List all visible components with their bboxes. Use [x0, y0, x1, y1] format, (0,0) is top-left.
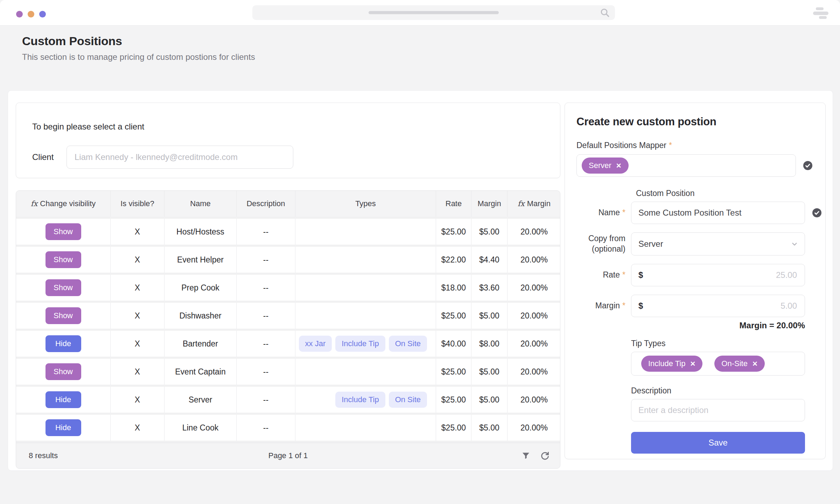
types-cell	[295, 359, 436, 385]
margin-pct-cell: 20.00%	[507, 303, 560, 329]
page-subtitle: This section is to manage pricing of cus…	[22, 52, 255, 62]
name-cell: Line Cook	[164, 415, 237, 441]
is-visible-cell: X	[111, 331, 164, 357]
margin-cell: $5.00	[471, 303, 507, 329]
type-tags: xx JarInclude TipOn Site	[296, 336, 435, 352]
margin-pct-cell: 20.00%	[507, 415, 560, 441]
chevron-down-icon	[790, 239, 799, 248]
hide-button[interactable]: Hide	[46, 391, 81, 408]
column-label: Rate	[446, 199, 462, 208]
show-button[interactable]: Show	[46, 363, 81, 380]
tip-types-input[interactable]: Include Tip✕On-Site✕	[631, 352, 805, 376]
visibility-cell: Hide	[16, 415, 111, 441]
mapper-label-text: Default Positions Mapper	[576, 141, 666, 150]
name-cell: Prep Cook	[164, 275, 237, 301]
rate-cell: $25.00	[436, 303, 471, 329]
filter-icon[interactable]	[521, 451, 531, 461]
column-label: Types	[355, 199, 376, 208]
search-icon	[600, 7, 610, 19]
copy-from-select[interactable]: Server	[631, 232, 805, 255]
remove-chip-icon[interactable]: ✕	[690, 360, 695, 367]
types-cell	[295, 303, 436, 329]
window-titlebar	[0, 0, 840, 26]
margin-label-text: Margin	[595, 301, 620, 310]
visibility-cell: Hide	[16, 387, 111, 413]
description-cell: --	[237, 359, 295, 385]
types-cell	[295, 219, 436, 245]
is-visible-cell: X	[111, 275, 164, 301]
page-header: Custom Positions This section is to mana…	[22, 34, 255, 62]
remove-chip-icon[interactable]: ✕	[616, 162, 622, 169]
margin-input[interactable]	[643, 301, 798, 311]
description-input[interactable]	[631, 399, 805, 421]
tip-types-label: Tip Types	[631, 339, 805, 348]
types-cell	[295, 415, 436, 441]
client-input[interactable]	[66, 146, 293, 169]
remove-chip-icon[interactable]: ✕	[752, 360, 758, 367]
selected-chip: Server✕	[582, 158, 629, 174]
search-bar[interactable]	[252, 5, 615, 20]
hide-button[interactable]: Hide	[46, 419, 81, 436]
type-tag: On Site	[389, 392, 427, 408]
main-panel: To begin please select a client Client f…	[8, 90, 833, 471]
table-row: ShowXEvent Captain--$25.00$5.0020.00%	[16, 359, 560, 385]
description-cell: --	[237, 275, 295, 301]
show-button[interactable]: Show	[46, 279, 81, 296]
margin-computed-note: Margin = 20.00%	[631, 321, 805, 330]
name-cell: Event Captain	[164, 359, 237, 385]
rate-input[interactable]	[643, 270, 798, 280]
description-cell: --	[237, 331, 295, 357]
currency-symbol: $	[638, 301, 643, 311]
visibility-cell: Show	[16, 219, 111, 245]
type-tag: On Site	[389, 336, 427, 352]
visibility-cell: Hide	[16, 331, 111, 357]
table-row: ShowXPrep Cook--$18.00$3.6020.00%	[16, 275, 560, 301]
table-row: ShowXEvent Helper--$22.00$4.4020.00%	[16, 247, 560, 273]
type-tag: Include Tip	[335, 336, 385, 352]
name-label-text: Name	[598, 208, 620, 217]
column-header-margin: Margin	[471, 191, 507, 217]
column-header-margin: fxMargin	[507, 191, 560, 217]
is-visible-cell: X	[111, 415, 164, 441]
rate-label: Rate*	[576, 270, 631, 280]
show-button[interactable]: Show	[46, 307, 81, 324]
table-row: HideXServer--Include TipOn Site$25.00$5.…	[16, 387, 560, 413]
window-dot-blue	[39, 11, 46, 18]
positions-table-grid: fxChange visibilityIs visible?NameDescri…	[16, 190, 560, 443]
refresh-icon[interactable]	[540, 451, 550, 461]
window-menu-icon[interactable]	[813, 7, 829, 19]
copy-from-value: Server	[638, 239, 663, 249]
margin-pct-cell: 20.00%	[507, 247, 560, 273]
description-cell: --	[237, 219, 295, 245]
column-header-change-visibility: fxChange visibility	[16, 191, 111, 217]
save-button[interactable]: Save	[631, 432, 805, 454]
show-button[interactable]: Show	[46, 223, 81, 240]
show-button[interactable]: Show	[46, 251, 81, 268]
type-tags: Include TipOn Site	[296, 392, 435, 408]
margin-label: Margin*	[576, 301, 631, 311]
mapper-input[interactable]: Server✕	[576, 154, 796, 177]
client-label: Client	[32, 152, 66, 162]
column-label: Description	[246, 199, 285, 208]
is-visible-cell: X	[111, 303, 164, 329]
name-cell: Event Helper	[164, 247, 237, 273]
visibility-cell: Show	[16, 275, 111, 301]
types-cell: Include TipOn Site	[295, 387, 436, 413]
rate-cell: $18.00	[436, 275, 471, 301]
column-header-is-visible-: Is visible?	[111, 191, 164, 217]
hide-button[interactable]: Hide	[46, 335, 81, 352]
column-header-types: Types	[295, 191, 436, 217]
margin-pct-cell: 20.00%	[507, 359, 560, 385]
window-dot-purple	[16, 11, 23, 18]
name-input[interactable]	[631, 202, 805, 224]
copy-from-label: Copy from (optional)	[576, 233, 631, 254]
name-cell: Server	[164, 387, 237, 413]
column-label: Name	[190, 199, 211, 208]
client-select-panel: To begin please select a client Client	[16, 103, 560, 178]
is-visible-cell: X	[111, 219, 164, 245]
description-label: Description	[631, 386, 805, 396]
required-asterisk: *	[669, 141, 672, 150]
types-cell	[295, 247, 436, 273]
is-visible-cell: X	[111, 359, 164, 385]
margin-pct-cell: 20.00%	[507, 219, 560, 245]
